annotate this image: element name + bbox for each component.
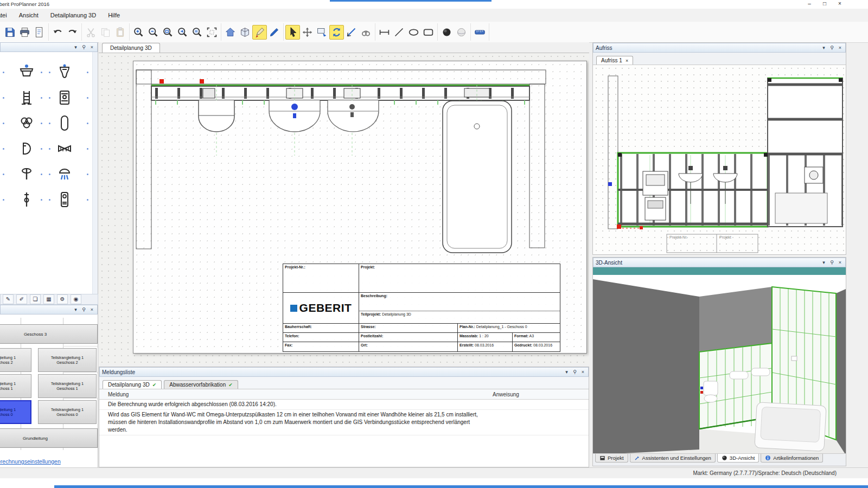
panel-menu-icon[interactable]: ▾ — [821, 45, 827, 50]
strand-bar-bottom[interactable]: Grundleitung — [0, 428, 98, 448]
aufriss-tab-close-icon[interactable]: × — [626, 58, 628, 63]
messages-tab-detailplanung-3d[interactable]: Detailplanung 3D✔ — [103, 380, 162, 389]
elevation-canvas[interactable]: Projekt-Nr. Projekt — [593, 65, 846, 254]
palette-item-installation-element[interactable] — [8, 88, 46, 107]
strand-block-strangleitung-1-geschoss-1[interactable]: Strangleitung 1Geschoss 1 — [0, 374, 31, 398]
toolbar-button-report[interactable] — [32, 25, 47, 40]
panel-menu-icon[interactable]: ▾ — [564, 369, 570, 375]
panel-close-icon[interactable]: × — [89, 44, 95, 50]
grid-tool-button[interactable]: ▦ — [43, 294, 54, 304]
toolbar-button-workflow[interactable] — [315, 25, 329, 40]
toolbar-button-zoom-out[interactable] — [146, 25, 161, 40]
toolbar-button-save[interactable] — [3, 25, 17, 40]
palette-scrollbar[interactable] — [92, 52, 98, 294]
toolbar-button-measure[interactable] — [344, 25, 359, 40]
panel-menu-icon[interactable]: ▾ — [73, 307, 79, 312]
panel-close-icon[interactable]: × — [837, 45, 843, 50]
document-tab-detailplanung-3d[interactable]: Detailplanung 3D — [102, 43, 160, 53]
minimize-button[interactable]: – — [805, 1, 814, 7]
strand-bar-top[interactable]: Geschoss 3 — [0, 324, 98, 344]
message-row[interactable]: Die Berechnung wurde erfolgreich abgesch… — [99, 400, 589, 410]
palette-item-washtrough[interactable] — [8, 63, 46, 81]
strand-schematic[interactable]: Geschoss 3 Strangleitung 1Geschoss 2Teil… — [0, 314, 98, 453]
toolbar-button-move[interactable] — [300, 25, 315, 40]
palette-item-stop-valve[interactable] — [8, 190, 46, 209]
message-row[interactable]: Wird das GIS Element für Wand-WC mit Ome… — [99, 410, 589, 435]
strand-block-teilstrangleitung-1-geschoss-0[interactable]: Teilstrangleitung 1Geschoss 0 — [38, 400, 97, 424]
panel-menu-icon[interactable]: ▾ — [821, 260, 827, 265]
toolbar-button-ruler[interactable] — [473, 25, 487, 40]
menu-item-detailplanung-3d[interactable]: Detailplanung 3D — [44, 10, 102, 20]
toolbar-button-redo[interactable] — [65, 25, 80, 40]
palette-item-shower[interactable] — [46, 165, 84, 183]
edit-tool-button[interactable]: ✎ — [3, 294, 14, 304]
pen-tool-button[interactable]: ✐ — [16, 294, 27, 304]
strand-block-teilstrangleitung-1-geschoss-2[interactable]: Teilstrangleitung 1Geschoss 2 — [38, 348, 97, 372]
toolbar-button-undo[interactable] — [50, 25, 65, 40]
palette-item-urinal[interactable] — [46, 63, 84, 81]
toolbar-button-zoom-in[interactable] — [131, 25, 146, 40]
toolbar-button-zoom-fit[interactable] — [205, 25, 219, 40]
toolbar-button-group-lock[interactable] — [359, 25, 373, 40]
calculation-settings-link[interactable]: Berechnungseinstellungen — [0, 458, 61, 465]
drawing-sheet[interactable]: Projekt-Nr.: Projekt: GEBERIT Beschreibu… — [133, 61, 587, 354]
toolbar-button-print[interactable] — [17, 25, 32, 40]
column-meldung[interactable]: Meldung — [99, 391, 487, 397]
menu-item-ansicht[interactable]: Ansicht — [13, 10, 44, 20]
panel-pin-icon[interactable]: ⚲ — [829, 45, 835, 50]
toolbar-button-cut[interactable] — [84, 25, 98, 40]
toolbar-button-render-light[interactable] — [454, 25, 469, 40]
palette-item-drain[interactable] — [8, 114, 46, 132]
target-tool-button[interactable]: ◉ — [71, 294, 81, 304]
panel-close-icon[interactable]: × — [580, 369, 586, 375]
panel-menu-icon[interactable]: ▾ — [73, 44, 79, 50]
messages-tab-abwasservorfabrikation[interactable]: Abwasservorfabrikation✔ — [164, 380, 238, 389]
toolbar-button-annotate[interactable] — [267, 25, 282, 40]
toolbar-button-render-dark[interactable] — [439, 25, 454, 40]
toolbar-button-redline[interactable] — [252, 25, 267, 40]
toolbar-button-home-view[interactable] — [223, 25, 238, 40]
toolbar-button-draw-ellipse[interactable] — [406, 25, 421, 40]
palette-item-corner-basin[interactable] — [8, 139, 46, 158]
panel-pin-icon[interactable]: ⚲ — [572, 369, 578, 375]
maximize-button[interactable]: □ — [820, 1, 829, 7]
toolbar-button-draw-rectangle[interactable] — [421, 25, 436, 40]
toolbar-button-draw-line[interactable] — [392, 25, 406, 40]
dock-tab-assistenten-und-einstellungen[interactable]: Assistenten und Einstellungen — [630, 454, 716, 463]
panel-close-icon[interactable]: × — [837, 260, 843, 265]
dock-tab-projekt[interactable]: Projekt — [595, 454, 628, 463]
palette-item-water-heater[interactable] — [46, 190, 84, 209]
menu-item-hilfe[interactable]: Hilfe — [102, 10, 126, 20]
palette-item-bathtub[interactable] — [46, 114, 84, 132]
palette-item-tee-valve[interactable] — [8, 165, 46, 183]
toolbar-button-select[interactable] — [285, 25, 300, 40]
panel-pin-icon[interactable]: ⚲ — [81, 44, 87, 50]
strand-block-teilstrangleitung-1-geschoss-1[interactable]: Teilstrangleitung 1Geschoss 1 — [38, 374, 97, 398]
column-anweisung[interactable]: Anweisung — [487, 391, 589, 397]
toolbar-button-zoom-previous[interactable] — [175, 25, 190, 40]
toolbar-button-orbit[interactable] — [238, 25, 252, 40]
palette-item-cistern[interactable] — [46, 88, 84, 107]
toolbar-button-zoom-all[interactable] — [190, 25, 205, 40]
aufriss-tab[interactable]: Aufriss 1 × — [596, 56, 633, 65]
plan-canvas[interactable]: Projekt-Nr.: Projekt: GEBERIT Beschreibu… — [99, 53, 589, 364]
toolbar-button-paste[interactable] — [113, 25, 127, 40]
menu-item-datei[interactable]: Datei — [0, 10, 13, 20]
dock-tab-artikelinformationen[interactable]: Artikelinformationen — [761, 454, 823, 463]
close-button[interactable]: × — [835, 1, 844, 7]
panel-close-icon[interactable]: × — [89, 307, 95, 312]
toolbar-button-zoom-window[interactable] — [161, 25, 175, 40]
strand-block-strangleitung-1-geschoss-0[interactable]: Strangleitung 1Geschoss 0 — [0, 400, 31, 424]
settings-tool-button[interactable]: ⚙ — [57, 294, 68, 304]
palette-item-pipe-coupling[interactable] — [46, 139, 84, 158]
dock-tab-3d-ansicht[interactable]: 3D-Ansicht — [717, 454, 759, 463]
panel-pin-icon[interactable]: ⚲ — [829, 260, 835, 265]
viewport-3d[interactable] — [593, 275, 846, 454]
label-tool-button[interactable]: ❏ — [30, 294, 41, 304]
view3d-toolbar[interactable] — [593, 267, 846, 275]
toolbar-button-sync[interactable] — [329, 25, 344, 40]
panel-pin-icon[interactable]: ⚲ — [81, 307, 87, 312]
toolbar-button-dimension[interactable] — [377, 25, 392, 40]
strand-block-strangleitung-1-geschoss-2[interactable]: Strangleitung 1Geschoss 2 — [0, 348, 31, 372]
toolbar-button-copy[interactable] — [98, 25, 113, 40]
